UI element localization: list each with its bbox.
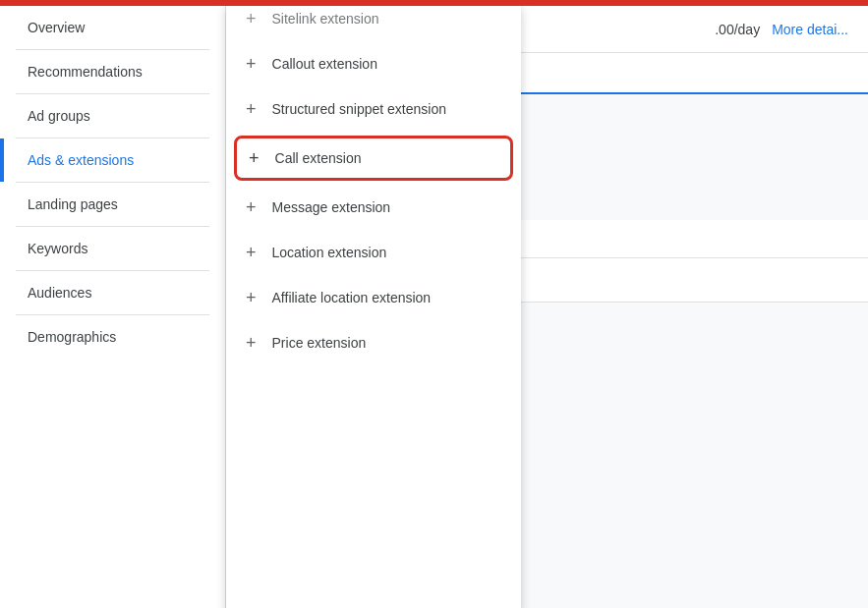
dropdown-item-price[interactable]: + Price extension — [226, 320, 521, 365]
dropdown-item-label: Affiliate location extension — [272, 290, 432, 305]
plus-icon: + — [246, 100, 257, 118]
plus-icon: + — [246, 334, 257, 352]
plus-icon: + — [246, 10, 257, 28]
dropdown-item-callout[interactable]: + Callout extension — [226, 41, 521, 86]
sidebar: Overview Recommendations Ad groups Ads &… — [0, 6, 226, 608]
sidebar-item-recommendations[interactable]: Recommendations — [0, 50, 225, 93]
sidebar-item-keywords[interactable]: Keywords — [0, 227, 225, 270]
red-top-bar — [0, 0, 868, 6]
dropdown-item-label: Price extension — [272, 335, 367, 351]
dropdown-item-message[interactable]: + Message extension — [226, 185, 521, 230]
dropdown-item-sitelink[interactable]: + Sitelink extension — [226, 6, 521, 41]
sidebar-item-audiences[interactable]: Audiences — [0, 271, 225, 314]
dropdown-item-label: Structured snippet extension — [272, 101, 446, 117]
dropdown-item-location[interactable]: + Location extension — [226, 230, 521, 275]
plus-icon: + — [246, 289, 257, 306]
plus-icon: + — [246, 198, 257, 216]
dropdown-item-label: Message extension — [272, 199, 391, 215]
sidebar-item-ad-groups[interactable]: Ad groups — [0, 94, 225, 138]
dropdown-item-call-extension[interactable]: + Call extension — [234, 136, 513, 181]
plus-icon: + — [246, 244, 257, 261]
plus-icon: + — [249, 149, 260, 167]
more-details-link[interactable]: More detai... — [772, 22, 848, 37]
budget-display: .00/day — [715, 22, 760, 37]
sidebar-item-demographics[interactable]: Demographics — [0, 315, 225, 359]
extension-dropdown-panel: + Sitelink extension + Callout extension… — [226, 6, 521, 608]
dropdown-item-structured-snippet[interactable]: + Structured snippet extension — [226, 86, 521, 132]
sidebar-item-landing-pages[interactable]: Landing pages — [0, 183, 225, 226]
plus-icon: + — [246, 55, 257, 73]
sidebar-item-ads-extensions[interactable]: Ads & extensions — [0, 138, 225, 182]
dropdown-item-affiliate-location[interactable]: + Affiliate location extension — [226, 275, 521, 320]
dropdown-item-label: Call extension — [275, 150, 362, 166]
dropdown-item-label: Sitelink extension — [272, 11, 379, 27]
dropdown-item-label: Location extension — [272, 245, 387, 260]
sidebar-item-overview[interactable]: Overview — [0, 6, 225, 49]
dropdown-item-label: Callout extension — [272, 56, 377, 72]
